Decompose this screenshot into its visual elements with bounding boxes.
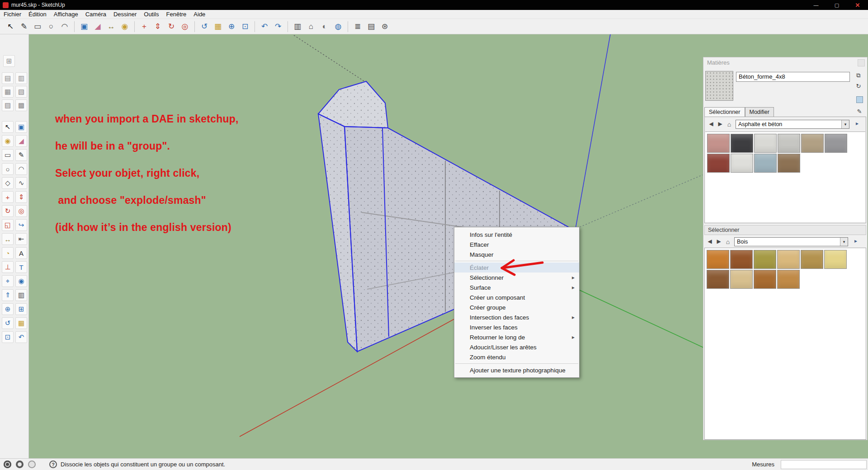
category-dropdown[interactable]: Asphalte et béton ▾ <box>736 120 849 129</box>
zoom-tool-icon[interactable]: ⊕ <box>225 20 238 33</box>
rectangle-tool-icon[interactable]: ▭ <box>31 20 44 33</box>
previous-view-tool-icon[interactable]: ↶ <box>15 331 27 343</box>
move-tool-icon[interactable]: + <box>138 20 151 33</box>
geolocation-icon[interactable] <box>4 461 11 468</box>
material-swatch-planches-brunes[interactable] <box>707 270 729 289</box>
paint-bucket-tool-icon[interactable]: ◉ <box>118 20 131 33</box>
material-swatch-pin-clair[interactable] <box>777 250 800 269</box>
polygon-tool-icon[interactable]: ◇ <box>2 177 14 189</box>
material-swatch-carrelage-bleu[interactable] <box>754 154 777 173</box>
3d-warehouse-tool-icon[interactable]: ◍ <box>332 20 344 33</box>
orbit-tool-icon[interactable]: ↺ <box>2 317 14 329</box>
material-swatch-beton-blanc[interactable] <box>731 154 753 173</box>
look-around-tool-icon[interactable]: ◉ <box>15 275 27 287</box>
context-item-effacer[interactable]: Effacer <box>454 240 579 249</box>
pan-tool-icon[interactable]: ▦ <box>212 20 224 33</box>
circle-tool-icon[interactable]: ○ <box>2 163 14 175</box>
arc-tool-icon[interactable]: ◠ <box>15 163 27 175</box>
follow-me-tool-icon[interactable]: ↪ <box>15 219 27 231</box>
offset-tool-icon[interactable]: ◎ <box>15 205 27 217</box>
previous-view-tool-icon[interactable]: ↶ <box>258 20 271 33</box>
material-swatch-carrelage-rose[interactable] <box>707 134 730 153</box>
menu-aide[interactable]: Aide <box>190 10 209 19</box>
wood-dropdown[interactable]: Bois ▾ <box>734 237 848 246</box>
material-swatch-bois-moyen[interactable] <box>801 250 823 269</box>
material-swatch-coffrage-bois[interactable] <box>778 154 800 173</box>
protractor-tool-icon[interactable]: ◔ <box>2 247 14 259</box>
context-item-intersection-des-faces[interactable]: Intersection des faces▸ <box>454 312 579 322</box>
panel-icon-5[interactable]: ▨ <box>2 99 14 111</box>
dimensions-tool-icon[interactable]: ⇤ <box>15 233 27 245</box>
push-pull-tool-icon[interactable]: ⇕ <box>15 191 27 203</box>
select-tool-icon[interactable]: ↖ <box>4 20 17 33</box>
credits-icon[interactable] <box>16 461 24 468</box>
material-swatch-bois-orange[interactable] <box>707 250 729 269</box>
tab-selectionner[interactable]: Sélectionner <box>704 107 745 117</box>
context-item-ajouter-une-texture-photographique[interactable]: Ajouter une texture photographique <box>454 365 579 375</box>
menu-camera[interactable]: Caméra <box>82 10 110 19</box>
3d-text-tool-icon[interactable]: T <box>15 261 27 273</box>
axes-tool-icon[interactable]: ⊥ <box>2 261 14 273</box>
shadows-tool-icon[interactable]: ◐ <box>318 20 331 33</box>
line-tool-icon[interactable]: ✎ <box>18 20 30 33</box>
zoom-extents-tool-icon[interactable]: ⊡ <box>239 20 251 33</box>
rectangle-tool-icon[interactable]: ▭ <box>2 149 14 161</box>
material-swatch-bois-ambre[interactable] <box>777 270 800 289</box>
panel-icon-3[interactable]: ▦ <box>2 86 14 98</box>
context-item-inverser-les-faces[interactable]: Inverser les faces <box>454 322 579 332</box>
nav-forward-icon[interactable]: ▶ <box>717 121 724 127</box>
text-tool-icon[interactable]: A <box>15 247 27 259</box>
walk-tool-icon[interactable]: ⇑ <box>2 289 14 301</box>
context-item-creer-un-composant[interactable]: Créer un composant <box>454 292 579 302</box>
minimize-button[interactable]: — <box>806 0 826 10</box>
menu-fichier[interactable]: Fichier <box>0 10 25 19</box>
panel-icon-4[interactable]: ▧ <box>15 86 27 98</box>
arc-tool-icon[interactable]: ◠ <box>58 20 71 33</box>
display-secondary-pane-icon[interactable]: ⧉ <box>854 71 863 80</box>
pan-tool-icon[interactable]: ▦ <box>15 317 27 329</box>
paint-bucket-tool-icon[interactable]: ◉ <box>2 135 14 147</box>
material-swatch-asphalte-sombre[interactable] <box>731 134 753 153</box>
material-swatch-beton-forme[interactable] <box>754 134 777 153</box>
nav-back-icon[interactable]: ◀ <box>706 238 713 244</box>
menu-dessiner[interactable]: Dessiner <box>110 10 140 19</box>
panel-icon-2[interactable]: ▥ <box>15 72 27 84</box>
position-camera-tool-icon[interactable]: ⌖ <box>2 275 14 287</box>
nav-home-icon[interactable]: ⌂ <box>726 121 733 128</box>
create-material-icon[interactable] <box>856 96 863 103</box>
select-tool-icon[interactable]: ↖ <box>2 121 14 133</box>
preferences-tool-icon[interactable]: ⊛ <box>378 20 391 33</box>
nav-forward-icon[interactable]: ▶ <box>715 238 722 244</box>
material-swatch-planches-claires[interactable] <box>730 270 753 289</box>
panel-corner-box[interactable] <box>858 59 865 66</box>
sample-paint-icon[interactable]: ↻ <box>854 82 863 90</box>
scale-tool-icon[interactable]: ◱ <box>2 219 14 231</box>
rotate-tool-icon[interactable]: ↻ <box>165 20 178 33</box>
context-item-infos-sur-l-entite[interactable]: Infos sur l'entité <box>454 230 579 240</box>
menu-affichage[interactable]: Affichage <box>50 10 82 19</box>
material-swatch-bois-jaune[interactable] <box>824 250 847 269</box>
menu-edition[interactable]: Édition <box>25 10 50 19</box>
claim-model-icon[interactable] <box>28 461 36 468</box>
material-swatch-pave-gris[interactable] <box>825 134 847 153</box>
views-tool-icon[interactable]: ⌂ <box>305 20 317 33</box>
tab-modifier[interactable]: Modifier <box>745 107 774 117</box>
material-swatch-parquet[interactable] <box>754 270 776 289</box>
edit-material-icon[interactable]: ✎ <box>855 107 863 115</box>
context-item-surface[interactable]: Surface▸ <box>454 282 579 292</box>
offset-tool-icon[interactable]: ◎ <box>179 20 191 33</box>
eraser-tool-icon[interactable]: ◢ <box>91 20 104 33</box>
freehand-tool-icon[interactable]: ∿ <box>15 177 27 189</box>
material-swatch-beton-lisse[interactable] <box>778 134 800 153</box>
layers-tool-icon[interactable]: ≣ <box>351 20 364 33</box>
material-swatch-bois-brun[interactable] <box>730 250 753 269</box>
measurements-input[interactable] <box>781 460 867 469</box>
line-tool-icon[interactable]: ✎ <box>15 149 27 161</box>
zoom-tool-icon[interactable]: ⊕ <box>2 303 14 315</box>
zoom-window-tool-icon[interactable]: ⊞ <box>15 303 27 315</box>
help-icon[interactable]: ? <box>49 461 57 468</box>
context-item-zoom-etendu[interactable]: Zoom étendu <box>454 352 579 362</box>
push-pull-tool-icon[interactable]: ⇕ <box>151 20 164 33</box>
menu-fenetre[interactable]: Fenêtre <box>163 10 190 19</box>
next-view-tool-icon[interactable]: ↷ <box>272 20 284 33</box>
